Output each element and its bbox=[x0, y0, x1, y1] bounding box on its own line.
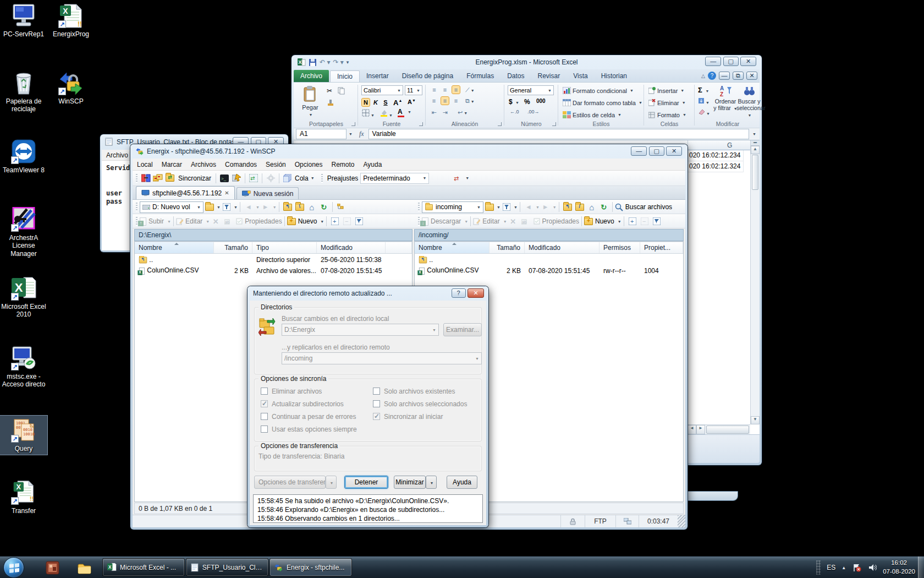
close-icon[interactable]: ✕ bbox=[468, 288, 484, 298]
horizontal-scrollbar[interactable]: ◄ ► bbox=[688, 424, 750, 434]
preset-combo[interactable]: Predeterminado▼ bbox=[360, 173, 429, 184]
fill-color-button[interactable]: ▼ bbox=[380, 109, 393, 118]
decrease-indent-icon[interactable]: ⇤ bbox=[430, 108, 438, 116]
help-icon[interactable]: ? bbox=[452, 288, 466, 298]
scroll-thumb[interactable] bbox=[752, 155, 758, 190]
taskbar-button-notepad[interactable]: SFTP_Usuario_Cla... bbox=[186, 558, 268, 576]
gear-icon[interactable] bbox=[265, 172, 277, 184]
checkbox-usar-opciones[interactable] bbox=[261, 426, 268, 433]
column-header-modificado[interactable]: Modificado bbox=[317, 242, 386, 253]
back-icon[interactable]: ◄ bbox=[243, 201, 255, 213]
menu-marcar[interactable]: Marcar bbox=[157, 159, 186, 170]
wrap-text-icon[interactable]: ↩▼ bbox=[458, 108, 465, 116]
minimize-button[interactable]: — bbox=[705, 57, 721, 66]
transfer-settings-dropdown-icon[interactable]: ▼ bbox=[465, 176, 469, 180]
font-color-button[interactable]: A bbox=[398, 108, 404, 117]
tab-formulas[interactable]: Fórmulas bbox=[460, 70, 501, 82]
tree-toggle-icon[interactable] bbox=[335, 201, 347, 213]
formula-input[interactable]: Variable bbox=[369, 129, 749, 139]
select-filter-icon[interactable] bbox=[353, 215, 365, 227]
align-left-icon[interactable]: ≡ bbox=[430, 97, 438, 105]
tray-expand-icon[interactable]: ▲ bbox=[842, 565, 846, 570]
desktop-icon-excel-2010[interactable]: X ↗ Microsoft Excel 2010 bbox=[0, 276, 47, 319]
copy-icon[interactable] bbox=[338, 87, 345, 96]
winscp-titlebar[interactable]: Energix - sftpchile@45.56.71.192 - WinSC… bbox=[130, 144, 688, 159]
minimize-button[interactable]: — bbox=[631, 146, 647, 156]
increase-indent-icon[interactable]: ⇥ bbox=[441, 108, 449, 116]
parent-dir-icon[interactable]: ↰ bbox=[562, 201, 574, 213]
menu-ayuda[interactable]: Ayuda bbox=[359, 159, 387, 170]
remote-dir-combo[interactable]: /incoming▼ bbox=[282, 352, 482, 364]
checkbox-solo-existentes[interactable] bbox=[373, 388, 380, 395]
format-painter-icon[interactable] bbox=[327, 99, 334, 108]
select-minus-icon[interactable]: − bbox=[341, 215, 353, 227]
find-select-button[interactable]: Buscar y seleccionar ▼ bbox=[736, 85, 762, 118]
workbook-close-button[interactable]: ✕ bbox=[746, 72, 757, 80]
align-dialog-launcher[interactable] bbox=[498, 122, 502, 126]
sync-browse-icon[interactable] bbox=[152, 172, 164, 184]
filter-icon[interactable] bbox=[221, 201, 233, 213]
language-indicator[interactable]: ES bbox=[827, 564, 835, 571]
font-size-combo[interactable]: 11▼ bbox=[405, 85, 422, 95]
select-filter-icon[interactable] bbox=[651, 215, 663, 227]
edit-button[interactable]: Editar▼ bbox=[473, 217, 507, 225]
parent-dir-icon[interactable]: ↰ bbox=[282, 201, 294, 213]
taskbar-button-winscp[interactable]: Energix - sftpchile... bbox=[270, 558, 352, 576]
orientation-icon[interactable]: ⟋▼ bbox=[465, 86, 473, 94]
new-button[interactable]: ✦Nuevo▼ bbox=[584, 217, 622, 225]
menu-comandos[interactable]: Comandos bbox=[221, 159, 261, 170]
desktop-icon-teamviewer[interactable]: ↗ TeamViewer 8 bbox=[0, 139, 47, 174]
workbook-minimize-button[interactable]: — bbox=[719, 72, 730, 80]
maximize-button[interactable]: ▢ bbox=[723, 57, 739, 66]
synchronize-icon[interactable]: ⇄ bbox=[164, 172, 176, 184]
home-dir-icon[interactable]: ⌂ bbox=[306, 201, 318, 213]
scroll-up-icon[interactable]: ▲ bbox=[751, 146, 760, 154]
thousands-button[interactable]: 000 bbox=[536, 98, 546, 104]
remote-dir-combo[interactable]: incoming▼ bbox=[422, 201, 483, 213]
tab-datos[interactable]: Datos bbox=[501, 70, 531, 82]
home-dir-icon[interactable]: ⌂ bbox=[586, 201, 598, 213]
desktop-icon-recycle-bin[interactable]: Papelera de reciclaje bbox=[0, 70, 47, 113]
delete-cells-button[interactable]: Eliminar▼ bbox=[648, 99, 686, 106]
local-dir-combo[interactable]: D:\Energix▼ bbox=[282, 324, 439, 336]
queue-button[interactable]: Cola bbox=[295, 175, 309, 182]
delete-icon[interactable]: ✕ bbox=[210, 215, 222, 227]
file-row-parent[interactable]: ↰ .. Directorio superior 25-06-2020 11:5… bbox=[135, 254, 412, 265]
desktop-icon-pc-servrep1[interactable]: PC-ServRep1 bbox=[0, 3, 47, 38]
root-dir-icon[interactable]: \ bbox=[294, 201, 306, 213]
select-plus-icon[interactable]: + bbox=[329, 215, 341, 227]
column-header-g[interactable]: G bbox=[727, 141, 732, 149]
align-center-icon[interactable]: ≡ bbox=[441, 97, 449, 105]
close-button[interactable]: ✕ bbox=[740, 57, 756, 66]
column-header-tamano[interactable]: Tamaño bbox=[490, 242, 525, 253]
desktop-icon-mstsc[interactable]: ↗ mstsc.exe - Acceso directo bbox=[0, 346, 47, 389]
help-button[interactable]: Ayuda bbox=[447, 476, 477, 489]
merge-center-icon[interactable]: ⧉▼ bbox=[465, 97, 473, 105]
clipboard-dialog-launcher[interactable] bbox=[351, 122, 355, 126]
local-path-bar[interactable]: D:\Energix\ bbox=[134, 229, 413, 241]
queue-dropdown-icon[interactable]: ▼ bbox=[311, 176, 315, 180]
properties-button[interactable]: Propiedades bbox=[236, 217, 282, 225]
cell-g2[interactable]: 020 16:02:12.324 bbox=[688, 161, 744, 172]
number-dialog-launcher[interactable] bbox=[552, 122, 556, 126]
desktop-icon-energixprog[interactable]: X!! ↗ EnergixProg bbox=[47, 3, 95, 38]
menu-archivos[interactable]: Archivos bbox=[186, 159, 221, 170]
font-name-combo[interactable]: Calibri▼ bbox=[361, 85, 403, 95]
autosum-button[interactable]: Σ ▼ bbox=[698, 86, 709, 94]
menu-local[interactable]: Local bbox=[133, 159, 157, 170]
sync-log[interactable]: 15:58:45 Se ha subido el archivo «D:\Ene… bbox=[253, 494, 483, 523]
font-dialog-launcher[interactable] bbox=[419, 122, 423, 126]
transfer-options-button[interactable]: Opciones de transferencia... bbox=[254, 476, 326, 489]
menu-remoto[interactable]: Remoto bbox=[327, 159, 359, 170]
shrink-font-button[interactable]: A▼ bbox=[408, 99, 416, 105]
cell-styles-button[interactable]: Estilos de celda▼ bbox=[563, 111, 622, 118]
menu-archivo[interactable]: Archivo bbox=[102, 150, 133, 161]
sort-filter-button[interactable]: AZ Ordenar y filtrar ▼ bbox=[713, 85, 738, 111]
tab-archivo[interactable]: Archivo bbox=[294, 70, 329, 82]
checkbox-actualizar-subdirectorios[interactable] bbox=[261, 400, 268, 407]
checkbox-continuar-errores[interactable] bbox=[261, 413, 268, 420]
taskbar-button-excel[interactable]: X Microsoft Excel - ... bbox=[102, 558, 185, 576]
align-middle-icon[interactable]: ≡ bbox=[441, 86, 449, 94]
maximize-button[interactable]: ▢ bbox=[649, 146, 664, 156]
column-header-propietario[interactable]: Propiet... bbox=[640, 242, 683, 253]
